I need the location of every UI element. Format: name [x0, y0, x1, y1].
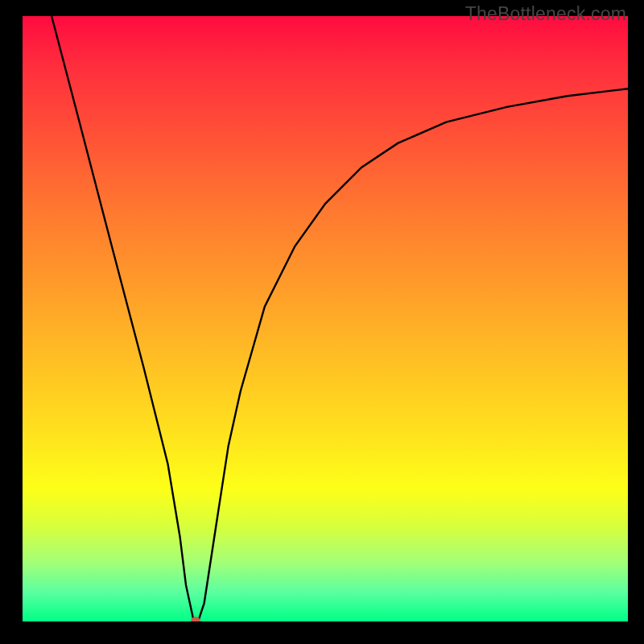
chart-container: TheBottleneck.com — [0, 0, 644, 644]
watermark-text: TheBottleneck.com — [465, 3, 626, 25]
plot-area — [23, 16, 628, 621]
curve-svg — [23, 16, 628, 621]
bottleneck-curve — [52, 16, 628, 621]
optimum-marker — [191, 617, 200, 621]
